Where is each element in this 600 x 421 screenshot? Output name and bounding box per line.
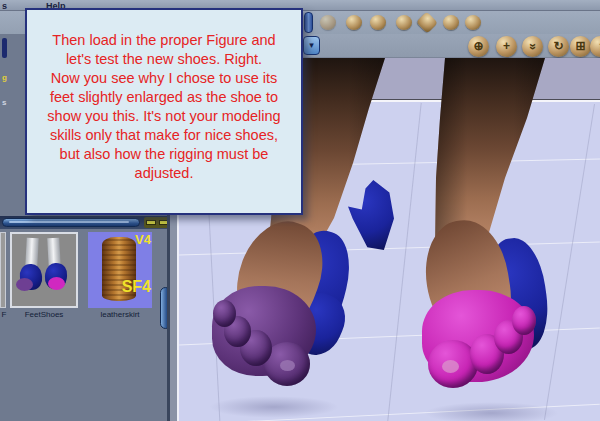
thumb-right-toe bbox=[48, 277, 65, 290]
right-leg-model[interactable] bbox=[435, 58, 550, 246]
cam-fly-down-icon[interactable]: » bbox=[522, 36, 543, 57]
library-item-label: FeetShoes bbox=[10, 310, 78, 319]
library-item-feetshoes[interactable] bbox=[10, 232, 78, 308]
right-toenail bbox=[442, 360, 459, 373]
left-shoe-ankle-trim[interactable] bbox=[348, 180, 394, 250]
ground-grid-line bbox=[387, 103, 421, 421]
horizontal-scrollbar[interactable] bbox=[0, 216, 172, 229]
scale-cube-icon[interactable] bbox=[416, 12, 438, 34]
note-text-line: but also how the rigging must be bbox=[27, 145, 301, 164]
cam-rotate-icon[interactable]: ↻ bbox=[548, 36, 569, 57]
panel-tab-fragment[interactable]: g bbox=[2, 73, 7, 82]
ground-grid-line bbox=[544, 104, 595, 420]
library-item-label: leatherskirt bbox=[88, 310, 152, 319]
note-text-line: skills only that make for nice shoes, bbox=[27, 126, 301, 145]
overlay-v4-label: V4 bbox=[135, 232, 151, 247]
hand-icon[interactable] bbox=[465, 15, 481, 30]
trackball-icon[interactable] bbox=[370, 15, 386, 30]
note-text-line: feet slightly enlarged as the shoe to bbox=[27, 88, 301, 107]
ground-grid-line bbox=[179, 241, 600, 255]
menu-item-fragment[interactable]: s bbox=[2, 1, 7, 11]
note-text-line: let's test the new shoes. Right. bbox=[27, 50, 301, 69]
cam-move-xy-icon[interactable]: + bbox=[496, 36, 517, 57]
left-shoe-toecap[interactable] bbox=[212, 286, 316, 401]
cam-move-up-icon[interactable]: ↑ bbox=[590, 36, 600, 57]
light-bulb-icon[interactable] bbox=[346, 15, 362, 30]
panel-tab-fragment[interactable]: s bbox=[2, 98, 6, 107]
camera-icon[interactable] bbox=[320, 15, 336, 30]
library-item-leatherskirt[interactable]: V4 SF4 bbox=[88, 232, 152, 308]
cam-move-xz-icon[interactable]: ⊕ bbox=[468, 36, 489, 57]
panel-tab-pip[interactable] bbox=[2, 38, 7, 58]
memory-dots-button[interactable]: ▾ bbox=[303, 36, 320, 55]
scroll-left-button[interactable] bbox=[146, 220, 156, 225]
note-text-line: Then load in the proper Figure and bbox=[27, 31, 301, 50]
note-text-line: adjusted. bbox=[27, 164, 301, 183]
library-item-label-partial: F bbox=[0, 310, 8, 319]
left-toenail bbox=[280, 360, 295, 371]
right-toe bbox=[512, 306, 536, 335]
left-toe bbox=[213, 300, 236, 327]
toolbar-separator-handle[interactable] bbox=[304, 12, 313, 33]
app-window: s Help « ▾ ⊕ + » ↻ ⊞ ↑ bbox=[0, 0, 600, 421]
overlay-sf4-label: SF4 bbox=[122, 278, 151, 296]
right-shoe-toecap[interactable] bbox=[422, 290, 534, 408]
cam-frame-icon[interactable]: ⊞ bbox=[570, 36, 591, 57]
note-text-line: Now you see why I chose to use its bbox=[27, 69, 301, 88]
tutorial-note-box[interactable]: Then load in the proper Figure and let's… bbox=[25, 8, 303, 215]
rotate-arrows-icon[interactable] bbox=[443, 15, 459, 30]
library-item-partial[interactable] bbox=[0, 232, 6, 308]
magnet-icon[interactable] bbox=[396, 15, 412, 30]
thumb-left-toe bbox=[16, 278, 33, 291]
horizontal-scrollbar-thumb[interactable] bbox=[2, 218, 140, 227]
note-text-line: show you this. It's not your modeling bbox=[27, 107, 301, 126]
